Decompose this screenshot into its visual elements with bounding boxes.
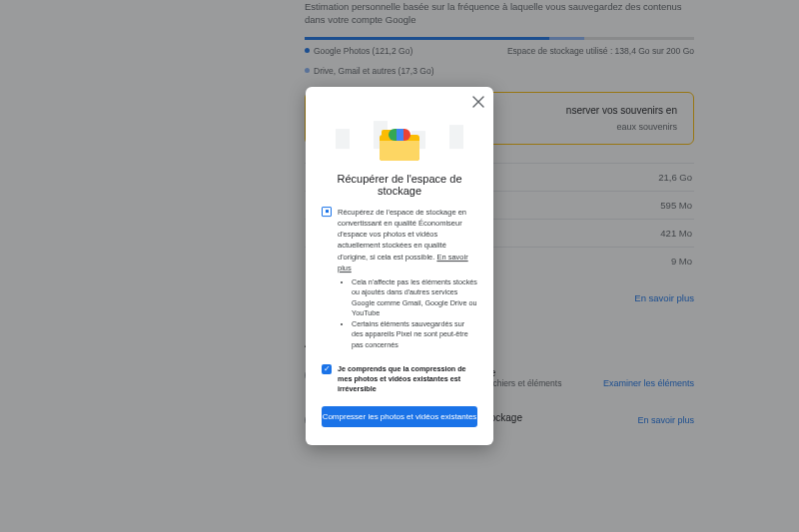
dialog-description: Récupérez de l'espace de stockage en con…: [338, 207, 477, 351]
bullet-item: Cela n'affecte pas les éléments stockés …: [352, 277, 477, 319]
dialog-title: Récupérer de l'espace de stockage: [322, 173, 477, 197]
irreversible-checkbox[interactable]: ✓: [322, 364, 332, 374]
folder-icon: [380, 135, 419, 161]
bullet-item: Certains éléments sauvegardés sur des ap…: [352, 319, 477, 350]
recover-storage-dialog: Récupérer de l'espace de stockage Récupé…: [306, 87, 493, 446]
checkbox-label: Je comprends que la compression de mes p…: [338, 364, 477, 394]
compress-button[interactable]: Compresser les photos et vidéos existant…: [322, 406, 477, 427]
dialog-illustration: [322, 101, 477, 161]
dialog-bullets: Cela n'affecte pas les éléments stockés …: [338, 277, 477, 350]
compress-icon: [322, 207, 332, 217]
